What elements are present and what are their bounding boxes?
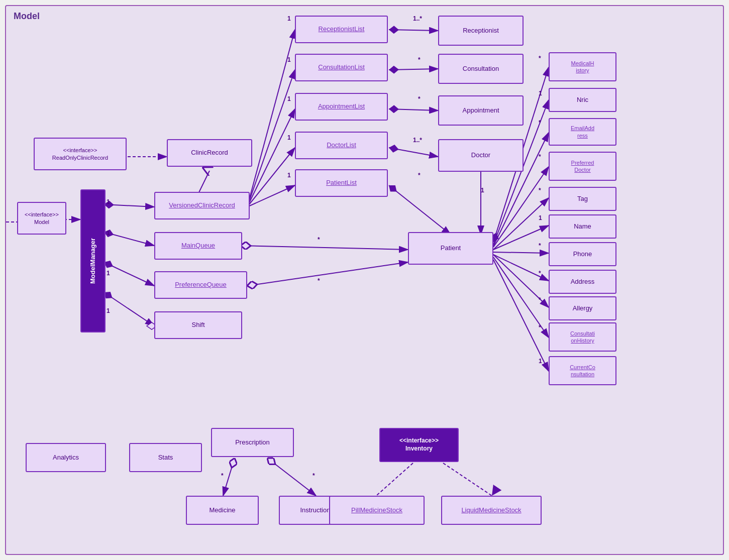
consultation-box: Consultation [438,54,524,84]
doctor-label: Doctor [468,149,493,162]
label-star-medicalhistory: * [539,55,541,62]
label-1-mainqueue: 1 [107,230,110,237]
label-star-consultation: * [418,56,421,63]
label-1star-receptionist: 1..* [413,15,422,22]
label-star-consultationhistory: * [539,324,541,331]
svg-line-39 [376,463,413,496]
tag-box: Tag [549,187,616,211]
inventory-box: <<interface>>Inventory [379,428,459,462]
svg-line-38 [267,458,316,496]
svg-line-15 [247,109,295,207]
name-box: Name [549,214,616,239]
appointment-box: Appointment [438,95,524,126]
diagram-container: Model [5,5,724,555]
svg-line-29 [493,167,549,247]
consultationhistory-box: ConsultationHistory [549,322,616,352]
preferreddoctor-box: PreferredDoctor [549,152,616,181]
label-star-instruction: * [313,472,315,479]
label-star-medicine: * [221,472,224,479]
clinicrecord-box: ClinicRecord [167,139,252,167]
label-star-address: * [539,270,541,277]
svg-line-37 [223,458,235,496]
label-1-doctor-patient: 1 [481,187,484,194]
label-star-mainqueue-patient: * [318,236,320,243]
shift-box: Shift [154,311,242,339]
nric-box: Nric [549,88,616,112]
patientlist-box: PatientList [295,169,388,197]
svg-line-19 [389,69,438,70]
label-1-appointmentlist: 1 [287,95,291,102]
preferencequeue-box: PreferenceQueue [154,271,247,299]
consultationlist-box: ConsultationList [295,54,388,81]
label-star-preferreddoctor: * [539,153,541,160]
label-star-patient: * [418,172,421,179]
label-1-name: 1 [539,214,542,221]
medicine-box: Medicine [186,496,259,525]
address-box: Address [549,270,616,294]
label-1-consultationlist: 1 [287,56,291,63]
svg-line-12 [104,292,154,326]
doctor-box: Doctor [438,139,524,172]
phone-box: Phone [549,242,616,266]
label-1-receptionistlist: 1 [287,15,291,22]
receptionist-box: Receptionist [438,16,524,46]
label-star-prefqueue-patient: * [318,277,320,284]
pillmedicinestock-box: PillMedicineStock [329,496,425,525]
prescription-box: Prescription [211,428,294,457]
currentconsultation-box: CurrentConsultation [549,356,616,385]
medicalhistory-box: MedicalHistory [549,52,616,81]
label-1-currentconsultation: 1 [539,358,542,365]
analytics-box: Analytics [26,443,106,472]
svg-line-23 [241,246,408,250]
liquidmedicinestock-box: LiquidMedicineStock [441,496,542,525]
svg-line-33 [493,255,549,281]
receptionistlist-box: ReceptionistList [295,16,388,43]
versionedclinicrecord-box: VersionedClinicRecord [154,192,250,219]
allergy-box: Allergy [549,296,616,320]
label-1-preferencequeue: 1 [107,270,110,277]
svg-line-10 [104,232,154,246]
label-star-emailaddress: * [539,119,541,126]
receptionist-label: Receptionist [460,25,502,37]
mainqueue-box: MainQueue [154,232,242,260]
svg-line-40 [443,463,492,496]
readonlyclinicrecord-box: <<interface>>ReadOnlyClinicRecord [34,138,127,170]
label-1-versionedclinicrecord: 1 [107,198,110,205]
modelmanager-box: ModelManager [80,189,106,332]
appointment-label: Appointment [460,104,502,117]
svg-line-24 [247,262,408,286]
svg-line-11 [104,262,154,286]
svg-line-18 [389,30,438,31]
label-star-tag: * [539,187,541,194]
emailaddress-box: EmailAddress [549,118,616,146]
svg-line-32 [493,252,549,253]
svg-line-21 [389,148,438,157]
label-star-phone: * [539,242,541,249]
patient-box: Patient [408,232,493,265]
receptionistlist-label: ReceptionistList [316,23,368,36]
patient-label: Patient [438,242,464,255]
label-1star-doctor: 1..* [413,137,422,144]
svg-line-9 [104,204,154,207]
svg-line-20 [389,109,438,110]
label-1-nric: 1 [539,90,542,97]
svg-line-22 [389,185,451,235]
svg-line-17 [247,185,295,207]
consultation-label: Consultation [460,63,502,75]
svg-line-5 [198,171,210,194]
diagram-title: Model [14,11,40,22]
label-1-shift: 1 [107,307,110,314]
interface-model-box: <<interface>>Model [17,202,66,235]
appointmentlist-box: AppointmentList [295,93,388,121]
doctorlist-box: DoctorList [295,132,388,159]
label-star-appointment: * [418,95,421,102]
label-1-doctorlist: 1 [287,134,291,141]
stats-box: Stats [129,443,202,472]
label-1-patientlist: 1 [287,172,291,179]
label-star-allergy: * [539,296,541,303]
